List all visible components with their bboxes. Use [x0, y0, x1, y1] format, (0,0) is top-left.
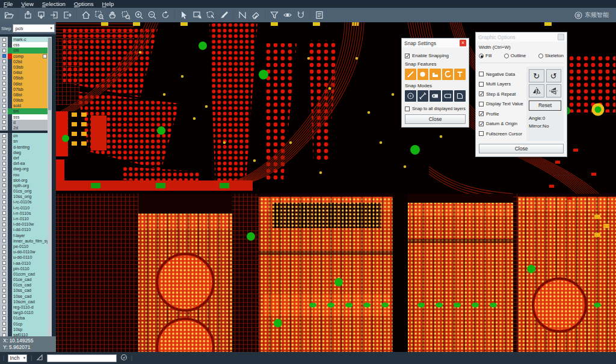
layer-visibility-checkbox[interactable] — [0, 166, 8, 171]
snap-surface-icon[interactable] — [430, 69, 441, 80]
menu-item[interactable]: File — [4, 1, 13, 7]
layer-row[interactable]: dwg — [0, 150, 48, 155]
layer-visibility-checkbox[interactable] — [0, 211, 8, 216]
layer-visibility-checkbox[interactable] — [0, 271, 8, 277]
layer-visibility-checkbox[interactable] — [0, 205, 8, 211]
width-radio[interactable]: Fill — [479, 53, 491, 58]
layer-visibility-checkbox[interactable] — [0, 103, 8, 108]
layer-row[interactable]: i-dd-0110w — [0, 221, 48, 227]
enable-snapping-checkbox[interactable] — [405, 54, 410, 58]
layer-row[interactable]: npth-org — [0, 183, 48, 188]
snap-pad-icon[interactable] — [417, 69, 429, 80]
layer-visibility-checkbox[interactable] — [0, 244, 8, 249]
close-icon[interactable] — [558, 34, 564, 40]
layer-row[interactable]: i-rr-0110s — [0, 211, 48, 216]
sign-in-icon[interactable] — [48, 9, 61, 22]
close-icon[interactable]: x — [460, 40, 466, 46]
enable-snapping-row[interactable]: Enable Snapping — [405, 53, 466, 58]
layer-visibility-checkbox[interactable] — [0, 172, 8, 177]
layer-visibility-checkbox[interactable] — [0, 48, 8, 53]
layer-visibility-checkbox[interactable] — [0, 183, 8, 188]
snap-segment-icon[interactable] — [417, 90, 429, 102]
layer-visibility-checkbox[interactable] — [0, 216, 8, 221]
layer-visibility-checkbox[interactable] — [0, 199, 8, 205]
snap-key-outline-icon[interactable] — [442, 90, 454, 102]
layer-row[interactable]: comp — [0, 54, 48, 59]
snap-all-layers-row[interactable]: Snap to all displayed layers — [405, 106, 466, 111]
layer-row[interactable]: 01cba — [0, 315, 48, 321]
layer-row[interactable]: cm — [0, 48, 48, 53]
graphic-option-checkbox[interactable] — [479, 122, 484, 126]
command-input[interactable] — [47, 354, 117, 362]
layer-row[interactable]: slot-org — [0, 177, 48, 183]
polygon-icon[interactable] — [36, 354, 43, 362]
layer-row[interactable]: 01cp — [0, 321, 48, 327]
menu-item[interactable]: View — [21, 1, 33, 7]
snap-contour-icon[interactable] — [454, 90, 466, 102]
layer-row[interactable]: 10ss_orig — [0, 194, 48, 199]
layer-visibility-checkbox[interactable] — [0, 233, 8, 238]
snap-line-icon[interactable] — [405, 69, 416, 80]
layer-row[interactable]: dxf-ea — [0, 161, 48, 166]
rotate-cw-icon[interactable]: ↻ — [529, 69, 544, 82]
layer-visibility-checkbox[interactable] — [0, 75, 8, 81]
layer-visibility-checkbox[interactable] — [0, 194, 8, 199]
layer-row[interactable]: 10sp — [0, 327, 48, 332]
layer-row[interactable]: inner_auto_film_symb — [0, 238, 48, 244]
pan-hand-icon[interactable] — [106, 9, 119, 22]
layer-row[interactable]: reg-0110-d — [0, 304, 48, 310]
snap-magnet-icon[interactable] — [294, 9, 307, 22]
layer-row[interactable]: d-tenting — [0, 144, 48, 150]
menu-item[interactable]: Help — [102, 1, 114, 7]
mirror-vertical-icon[interactable] — [546, 84, 562, 97]
graphic-option-checkbox[interactable] — [479, 111, 484, 116]
layer-row[interactable]: u-dd-0110w — [0, 249, 48, 254]
layer-visibility-checkbox[interactable] — [0, 282, 8, 288]
graphic-option-checkbox[interactable] — [479, 72, 484, 76]
layer-eye-icon[interactable] — [281, 9, 294, 22]
layer-scrollbar[interactable] — [48, 37, 52, 336]
zoom-window-icon[interactable] — [93, 9, 106, 22]
layer-row[interactable]: 07lsb — [0, 87, 48, 92]
layer-visibility-checkbox[interactable] — [0, 315, 8, 321]
graphic-option-row[interactable]: Negative Data — [479, 72, 523, 77]
layer-visibility-checkbox[interactable] — [0, 92, 8, 97]
graphic-option-row[interactable]: Profile — [479, 111, 523, 117]
graphic-option-row[interactable]: Datum & Origin — [479, 121, 523, 126]
graphic-option-row[interactable]: Display Text Value — [479, 101, 523, 106]
layer-visibility-checkbox[interactable] — [0, 37, 8, 42]
layer-row[interactable]: rou — [0, 172, 48, 177]
open-folder-icon[interactable] — [2, 9, 16, 22]
layer-visibility-checkbox[interactable] — [0, 114, 8, 120]
layer-visibility-checkbox[interactable] — [0, 254, 8, 260]
select-rect-icon[interactable] — [191, 9, 204, 22]
layer-visibility-checkbox[interactable] — [0, 54, 8, 59]
layer-visibility-checkbox[interactable] — [0, 125, 8, 131]
menu-item[interactable]: Options — [74, 1, 94, 7]
mirror-horizontal-icon[interactable] — [529, 84, 544, 97]
layer-row[interactable]: pe-0110 — [0, 244, 48, 249]
select-arrow-icon[interactable] — [177, 9, 191, 22]
layer-row[interactable]: 09lsb — [0, 97, 48, 103]
layer-row[interactable]: 01cs_orig — [0, 188, 48, 194]
measure-icon[interactable] — [236, 9, 249, 22]
layer-visibility-checkbox[interactable] — [0, 120, 8, 125]
layer-visibility-checkbox[interactable] — [0, 177, 8, 183]
layer-visibility-checkbox[interactable] — [0, 249, 8, 254]
import-up-icon[interactable] — [21, 9, 34, 22]
graphic-option-row[interactable]: Step & Repeat — [479, 91, 523, 97]
graphic-option-checkbox[interactable] — [479, 91, 484, 96]
layer-row[interactable]: 04lst — [0, 70, 48, 75]
layer-visibility-checkbox[interactable] — [0, 70, 8, 75]
refresh-icon[interactable] — [120, 354, 128, 362]
layer-visibility-checkbox[interactable] — [0, 266, 8, 271]
layer-row[interactable]: i-dd-0110 — [0, 227, 48, 232]
layer-visibility-checkbox[interactable] — [0, 155, 8, 161]
layer-row[interactable]: u-dd-0110 — [0, 254, 48, 260]
layer-visibility-checkbox[interactable] — [0, 327, 8, 332]
rotate-ccw-icon[interactable]: ↺ — [546, 69, 562, 82]
graphic-close-button[interactable]: Close — [479, 144, 564, 153]
layer-scrollbar-thumb[interactable] — [48, 38, 51, 110]
layer-visibility-checkbox[interactable] — [0, 310, 8, 315]
layer-visibility-checkbox[interactable] — [0, 161, 8, 166]
